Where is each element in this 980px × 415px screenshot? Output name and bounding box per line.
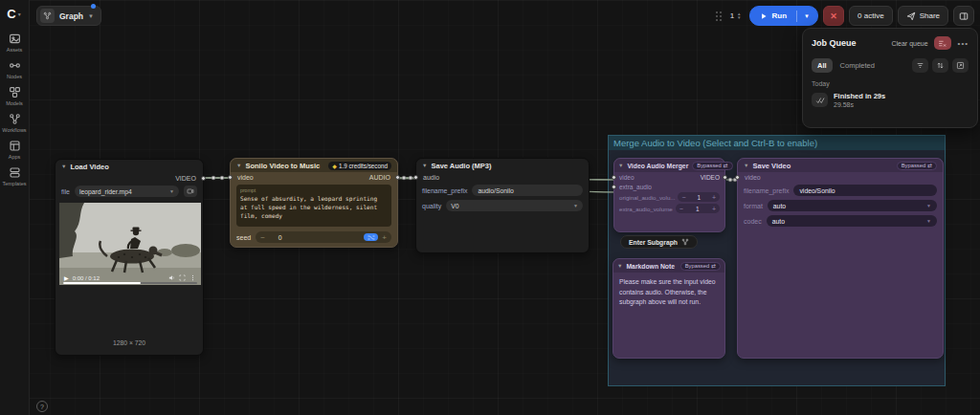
queue-item-duration: 29.58s: [834, 101, 885, 108]
group-title[interactable]: Merge Audio to Video (Select and Ctrl-B …: [609, 136, 945, 150]
subgraph-icon: [681, 238, 689, 246]
node-header[interactable]: ▼ Save Audio (MP3): [416, 159, 589, 172]
cancel-button[interactable]: ✕: [823, 6, 844, 26]
randomize-seed-button[interactable]: [364, 233, 378, 241]
sidebar-item-apps[interactable]: Apps: [0, 140, 29, 160]
filename-prefix-value: audio/Sonilo: [478, 187, 513, 194]
stepper-arrows-icon[interactable]: ▲▼: [737, 12, 741, 20]
quality-value: V0: [451, 203, 458, 209]
batch-count-stepper[interactable]: 1 ▲▼: [727, 11, 745, 20]
node-header[interactable]: ▼ Video Audio Merger Bypassed ⇄: [614, 159, 724, 172]
node-save-audio-mp3[interactable]: ▼ Save Audio (MP3) audio filename_prefix…: [415, 158, 590, 253]
volume-icon[interactable]: [168, 274, 175, 281]
logo-icon: C: [7, 7, 15, 21]
progress-bar[interactable]: [63, 282, 197, 284]
widget-label: format: [744, 203, 763, 209]
node-video-audio-merger[interactable]: ▼ Video Audio Merger Bypassed ⇄ video VI…: [613, 158, 725, 232]
increment-icon[interactable]: +: [712, 206, 716, 212]
input-dot[interactable]: [612, 175, 616, 180]
value-stepper[interactable]: − 1 +: [678, 192, 720, 202]
filename-prefix-input[interactable]: video/Sonilo: [793, 185, 937, 196]
tab-all[interactable]: All: [812, 58, 833, 73]
format-combo[interactable]: auto ▼: [768, 200, 937, 211]
help-button[interactable]: ?: [36, 401, 48, 412]
sidebar-item-label: Apps: [9, 154, 21, 160]
open-panel-icon: [956, 61, 965, 70]
job-queue-title: Job Queue: [812, 38, 891, 48]
codec-combo[interactable]: auto ▼: [767, 215, 937, 227]
collapse-chevron-icon[interactable]: ▼: [236, 163, 241, 168]
bypass-icon: ⇄: [711, 263, 716, 269]
seed-widget: seed − 0 +: [231, 229, 397, 243]
node-save-video[interactable]: ▼ Save Video Bypassed ⇄ video filename_p…: [737, 158, 944, 359]
templates-icon: [9, 166, 21, 179]
share-button[interactable]: Share: [898, 6, 948, 26]
widget-label: file: [61, 188, 70, 195]
queue-item[interactable]: Finished in 29s 29.58s: [812, 92, 969, 108]
sidebar-item-nodes[interactable]: Nodes: [0, 59, 29, 79]
queue-item-title: Finished in 29s: [834, 92, 885, 101]
collapse-chevron-icon[interactable]: ▼: [618, 163, 623, 168]
sidebar-item-label: Assets: [7, 47, 23, 53]
output-dot[interactable]: [723, 175, 727, 180]
filename-prefix-input[interactable]: audio/Sonilo: [472, 185, 583, 196]
node-markdown-note[interactable]: ▼ Markdown Note Bypassed ⇄ Please make s…: [612, 258, 725, 359]
node-sonilo-video-to-music[interactable]: ▼ Sonilo Video to Music ◆ 1.9 credits/se…: [230, 158, 398, 248]
batch-count-value: 1: [730, 11, 734, 20]
toggle-panel-button[interactable]: [953, 6, 974, 26]
output-slot-video: VIDEO: [56, 173, 203, 184]
kebab-menu-icon[interactable]: [189, 274, 196, 281]
clear-queue-button[interactable]: Clear queue: [891, 40, 927, 47]
collapse-chevron-icon[interactable]: ▼: [744, 163, 748, 168]
fullscreen-icon[interactable]: [179, 274, 186, 281]
output-dot[interactable]: [201, 176, 206, 181]
clear-queue-confirm-button[interactable]: [934, 36, 951, 50]
active-jobs-button[interactable]: 0 active: [849, 6, 893, 26]
sidebar-item-assets[interactable]: Assets: [0, 33, 29, 53]
output-dot[interactable]: [395, 175, 400, 180]
quality-combo[interactable]: V0 ▼: [446, 200, 583, 211]
input-slot-extra-audio: extra_audio: [614, 182, 724, 191]
sort-button[interactable]: [932, 58, 948, 73]
more-options-icon[interactable]: •••: [958, 39, 969, 48]
drag-handle-icon[interactable]: [716, 11, 722, 21]
run-button[interactable]: Run ▼: [749, 6, 819, 26]
node-header[interactable]: ▼ Sonilo Video to Music ◆ 1.9 credits/se…: [231, 159, 397, 172]
seed-stepper[interactable]: − 0 +: [256, 231, 391, 243]
node-header[interactable]: ▼ Load Video: [56, 160, 203, 173]
input-dot[interactable]: [612, 185, 616, 189]
sidebar-item-workflows[interactable]: Workflows: [0, 113, 29, 133]
expand-panel-button[interactable]: [952, 58, 969, 73]
increment-icon[interactable]: +: [382, 233, 387, 242]
comfy-logo[interactable]: C▼: [7, 7, 21, 21]
prompt-label: prompt: [240, 187, 388, 193]
apps-icon: [9, 140, 21, 152]
play-icon: [759, 11, 768, 21]
video-preview[interactable]: ▶ 0:00 / 0:12: [59, 203, 201, 285]
workflow-tab-graph[interactable]: Graph ▼: [36, 6, 101, 26]
play-icon[interactable]: ▶: [64, 274, 69, 281]
prompt-textarea[interactable]: prompt Sense of absurdity, a leopard spr…: [236, 185, 391, 227]
sidebar-item-templates[interactable]: Templates: [0, 166, 29, 186]
node-load-video[interactable]: ▼ Load Video VIDEO file leopard_rider.mp…: [55, 159, 204, 356]
filter-button[interactable]: [912, 58, 928, 73]
value-stepper[interactable]: − 1 +: [676, 204, 720, 213]
credits-badge-label: 1.9 credits/second: [339, 163, 388, 169]
file-combo[interactable]: leopard_rider.mp4 ▼: [75, 186, 179, 197]
collapse-chevron-icon[interactable]: ▼: [61, 164, 66, 169]
node-header[interactable]: ▼ Save Video Bypassed ⇄: [738, 159, 943, 172]
collapse-chevron-icon[interactable]: ▼: [617, 263, 622, 269]
increment-icon[interactable]: +: [712, 194, 716, 201]
enter-subgraph-button[interactable]: Enter Subgraph: [620, 235, 698, 249]
upload-video-button[interactable]: [184, 186, 197, 197]
collapse-chevron-icon[interactable]: ▼: [422, 163, 427, 168]
run-options-chevron-icon[interactable]: ▼: [804, 13, 815, 19]
tab-completed[interactable]: Completed: [840, 61, 908, 70]
file-combo-value: leopard_rider.mp4: [79, 188, 132, 195]
graph-canvas[interactable]: C▼ Assets Nodes Models Workflows Apps: [0, 0, 980, 415]
input-dot[interactable]: [735, 175, 740, 180]
node-header[interactable]: ▼ Markdown Note Bypassed ⇄: [613, 259, 724, 273]
input-dot[interactable]: [228, 175, 233, 180]
input-dot[interactable]: [413, 175, 418, 180]
sidebar-item-models[interactable]: Models: [0, 86, 29, 106]
